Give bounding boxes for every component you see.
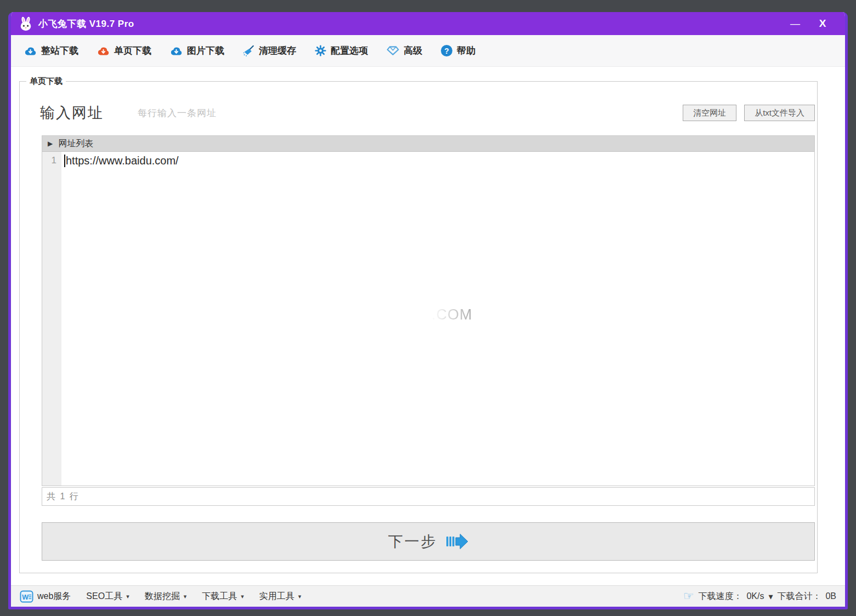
broom-icon bbox=[243, 45, 254, 56]
web-service-label: web服务 bbox=[37, 591, 71, 602]
enter-url-heading: 输入网址 bbox=[40, 103, 104, 123]
rabbit-logo-icon bbox=[18, 16, 34, 31]
statusbar-menu-data-mining[interactable]: 数据挖掘 ▾ bbox=[145, 591, 187, 602]
cloud-download-icon bbox=[170, 46, 183, 56]
toolbar-item-single-page-download[interactable]: 单页下载 bbox=[97, 44, 151, 57]
menu-label: 数据挖掘 bbox=[145, 591, 180, 602]
url-hint-text: 每行输入一条网址 bbox=[138, 107, 217, 119]
toolbar-item-help[interactable]: ? 帮助 bbox=[441, 44, 475, 57]
chevron-down-icon: ▾ bbox=[184, 593, 187, 600]
cloud-download-icon bbox=[97, 46, 110, 56]
toolbar: 整站下载 单页下载 图片下载 bbox=[11, 35, 845, 67]
statusbar-item-web-service[interactable]: W web服务 bbox=[20, 590, 71, 603]
clear-urls-button[interactable]: 清空网址 bbox=[683, 105, 736, 121]
gear-icon bbox=[315, 45, 326, 56]
toolbar-label: 高级 bbox=[404, 44, 422, 57]
single-page-download-groupbox: 单页下载 输入网址 每行输入一条网址 清空网址 从txt文件导入 ▶ 网址列表 … bbox=[19, 81, 818, 573]
expand-triangle-icon: ▶ bbox=[48, 140, 53, 147]
toolbar-label: 单页下载 bbox=[114, 44, 151, 57]
statusbar-menu-seo-tools[interactable]: SEO工具 ▾ bbox=[86, 591, 129, 602]
next-arrow-icon bbox=[446, 533, 469, 550]
background-watermark: .COM bbox=[432, 306, 473, 323]
svg-text:W: W bbox=[22, 593, 29, 601]
next-step-label: 下一步 bbox=[388, 532, 438, 551]
toolbar-item-advanced[interactable]: 高级 bbox=[387, 44, 422, 57]
chevron-down-icon: ▾ bbox=[298, 593, 302, 600]
download-speed-label: 下载速度： bbox=[698, 591, 742, 602]
toolbar-item-image-download[interactable]: 图片下载 bbox=[170, 44, 224, 57]
text-caret bbox=[64, 155, 65, 167]
chevron-down-icon: ▾ bbox=[241, 593, 244, 600]
menu-label: 实用工具 bbox=[259, 591, 294, 602]
toolbar-label: 整站下载 bbox=[41, 44, 78, 57]
chevron-down-icon: ▾ bbox=[126, 593, 129, 600]
close-button[interactable]: X bbox=[813, 15, 832, 32]
download-speed-value: 0K/s bbox=[746, 591, 764, 601]
url-list-box: ▶ 网址列表 1 https://www.baidu.com/ .COM bbox=[42, 135, 815, 486]
menu-label: 下载工具 bbox=[202, 591, 237, 602]
toolbar-label: 配置选项 bbox=[331, 44, 368, 57]
line-count-text: 共 1 行 bbox=[47, 491, 80, 503]
titlebar: 小飞兔下载 V19.7 Pro — X bbox=[11, 12, 845, 35]
main-area: 单页下载 输入网址 每行输入一条网址 清空网址 从txt文件导入 ▶ 网址列表 … bbox=[11, 67, 845, 585]
help-icon: ? bbox=[441, 45, 452, 56]
chevron-down-icon[interactable]: ▾ bbox=[768, 591, 773, 602]
pointing-hand-icon: ☞ bbox=[683, 590, 694, 602]
statusbar-menu-utility-tools[interactable]: 实用工具 ▾ bbox=[259, 591, 302, 602]
window-title: 小飞兔下载 V19.7 Pro bbox=[38, 18, 134, 30]
url-list-header[interactable]: ▶ 网址列表 bbox=[42, 136, 814, 152]
toolbar-label: 帮助 bbox=[457, 44, 475, 57]
cloud-download-icon bbox=[24, 46, 37, 56]
url-value: https://www.baidu.com/ bbox=[66, 155, 179, 167]
toolbar-label: 图片下载 bbox=[187, 44, 224, 57]
next-step-button[interactable]: 下一步 bbox=[42, 522, 815, 561]
url-editor[interactable]: 1 https://www.baidu.com/ .COM bbox=[42, 152, 814, 486]
download-total-value: 0B bbox=[825, 591, 836, 601]
statusbar-menu-download-tools[interactable]: 下载工具 ▾ bbox=[202, 591, 244, 602]
menu-label: SEO工具 bbox=[86, 591, 122, 602]
line-count-bar: 共 1 行 bbox=[42, 487, 815, 506]
line-number-gutter: 1 bbox=[42, 152, 61, 486]
minimize-button[interactable]: — bbox=[786, 15, 804, 32]
import-from-txt-button[interactable]: 从txt文件导入 bbox=[744, 105, 815, 121]
toolbar-label: 清理缓存 bbox=[259, 44, 296, 57]
download-stats: ☞ 下载速度： 0K/s ▾ 下载合计： 0B bbox=[683, 590, 836, 602]
url-list-header-label: 网址列表 bbox=[58, 138, 93, 150]
url-text-area[interactable]: https://www.baidu.com/ .COM bbox=[61, 152, 814, 486]
url-line[interactable]: https://www.baidu.com/ bbox=[61, 152, 814, 169]
groupbox-label: 单页下载 bbox=[26, 76, 66, 87]
diamond-icon bbox=[387, 45, 399, 56]
download-total-label: 下载合计： bbox=[777, 591, 821, 602]
line-number: 1 bbox=[42, 152, 61, 169]
toolbar-item-clear-cache[interactable]: 清理缓存 bbox=[243, 44, 296, 57]
web-service-icon: W bbox=[20, 590, 33, 603]
toolbar-item-config-options[interactable]: 配置选项 bbox=[315, 44, 368, 57]
toolbar-item-whole-site-download[interactable]: 整站下载 bbox=[24, 44, 78, 57]
statusbar: W web服务 SEO工具 ▾ 数据挖掘 ▾ 下载工具 ▾ 实用工具 ▾ ☞ 下… bbox=[11, 585, 845, 607]
app-window: 小飞兔下载 V19.7 Pro — X 整站下载 单页下载 bbox=[8, 12, 848, 609]
url-input-header-row: 输入网址 每行输入一条网址 清空网址 从txt文件导入 bbox=[40, 101, 815, 124]
